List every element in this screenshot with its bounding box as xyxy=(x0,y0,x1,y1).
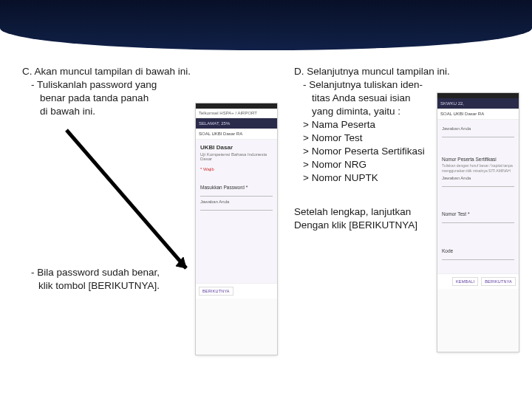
phone-screenshot-c: Telkomsel HSPA+ / AIRPORT SELAMAT, 25% S… xyxy=(196,103,277,355)
section-c-heading: C. Akan muncul tampilan di bawah ini. xyxy=(22,65,214,78)
phone-d-back-button: KEMBALI xyxy=(452,277,478,286)
section-d-heading: D. Selanjutnya muncul tampilan ini. xyxy=(294,65,516,78)
section-c-line1: - Tuliskanlah password yang xyxy=(31,78,223,92)
svg-line-0 xyxy=(66,130,186,268)
phone-d-next-button: BERIKUTNYA xyxy=(481,277,516,286)
slide-top-band xyxy=(0,0,532,50)
phone-d-f1-note: Tuliskan dengan huruf besar / kapital ta… xyxy=(442,163,514,173)
phone-screenshot-d: SKWKU 22, SOAL UKBI Dasar RA Jawaban And… xyxy=(437,93,519,352)
phone-c-carrier: Telkomsel HSPA+ / AIRPORT xyxy=(196,109,277,118)
phone-d-f2: Nomor Test * xyxy=(442,211,514,216)
section-d-line1: - Selanjutnya tuliskan iden- xyxy=(303,78,525,92)
arrow-to-password xyxy=(59,124,207,287)
phone-c-banner: SELAMAT, 25% xyxy=(196,118,277,129)
phone-c-next-button: BERIKUTNYA xyxy=(199,287,233,296)
phone-d-f3: Kode xyxy=(442,248,514,253)
phone-d-section: SOAL UKBI Dasar RA xyxy=(437,109,519,120)
phone-d-f1: Nomor Peserta Sertifikasi xyxy=(442,157,514,162)
phone-d-banner: SKWKU 22, xyxy=(437,98,519,109)
phone-c-password-label: Masukkan Password * xyxy=(200,185,273,190)
phone-c-subtitle: Uji Kompetensi Bahasa Indonesia Dasar xyxy=(200,152,273,161)
phone-c-title: UKBI Dasar xyxy=(200,144,273,151)
phone-c-section: SOAL UKBI Dasar RA xyxy=(196,129,277,140)
